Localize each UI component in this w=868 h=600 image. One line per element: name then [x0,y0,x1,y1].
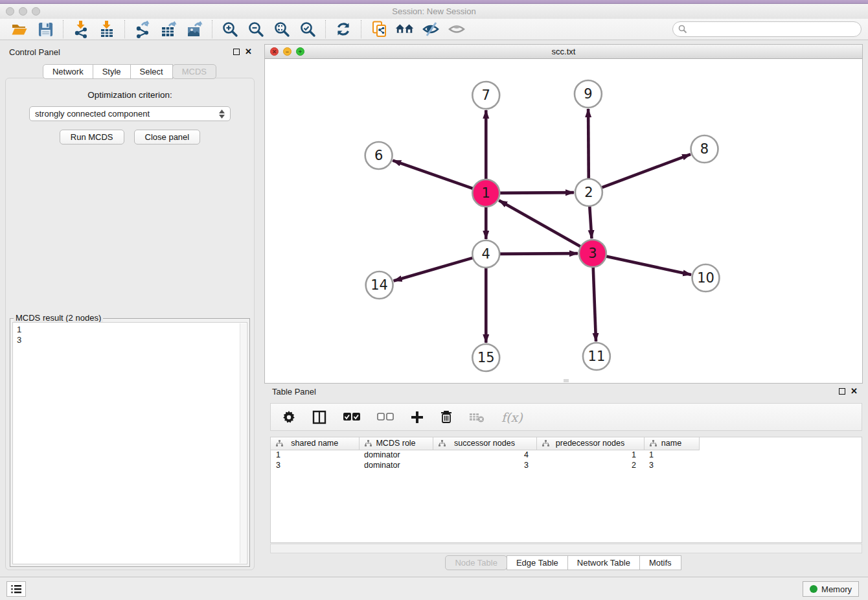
save-session-button[interactable] [36,20,55,38]
run-mcds-button[interactable]: Run MCDS [60,130,124,144]
task-history-button[interactable] [6,581,26,597]
table-panel-header: Table Panel ✕ [264,384,863,399]
graph-edge-3-11[interactable] [593,267,596,341]
column-header-mcds-role[interactable]: MCDS role [359,437,433,450]
graph-node-11[interactable]: 11 [583,343,610,370]
svg-text:15: 15 [477,350,495,365]
table-settings-button[interactable] [282,411,295,424]
tab-edge-table[interactable]: Edge Table [507,555,568,570]
zoom-window-button[interactable] [32,7,40,16]
select-all-button[interactable] [343,413,360,421]
tab-select[interactable]: Select [130,64,173,79]
tab-motifs[interactable]: Motifs [639,555,681,570]
column-header-successor-nodes[interactable]: successor nodes [433,437,536,450]
float-panel-icon[interactable] [233,49,240,55]
network-close-button[interactable]: ✕ [270,47,279,56]
table-horizontal-scrollbar[interactable] [270,544,862,553]
graph-edge-3-1[interactable] [499,200,580,246]
graph-node-2[interactable]: 2 [575,179,602,206]
hide-graphics-button[interactable] [421,20,440,38]
column-header-predecessor-nodes[interactable]: predecessor nodes [536,437,644,450]
zoom-in-button[interactable] [220,20,240,38]
graph-edge-2-9[interactable] [588,109,589,179]
zoom-out-button[interactable] [246,20,266,38]
export-table-button[interactable] [159,20,178,38]
graph-node-4[interactable]: 4 [472,240,499,268]
export-network-button[interactable] [133,20,152,38]
table-header-row: shared name MCDS role succ [271,437,699,450]
float-panel-icon[interactable] [839,388,845,395]
svg-text:2: 2 [584,185,593,200]
column-header-shared-name[interactable]: shared name [271,437,359,450]
close-panel-button[interactable]: Close panel [134,130,201,144]
minimize-window-button[interactable] [19,7,27,16]
refresh-layout-button[interactable] [334,20,353,38]
network-window-titlebar[interactable]: ✕ − + scc.txt [265,45,862,59]
mcds-result-textarea[interactable]: 1 3 [12,322,247,564]
graph-node-15[interactable]: 15 [472,344,499,371]
status-bar: Memory [0,577,868,600]
zoom-fit-button[interactable] [272,20,291,38]
import-network-button[interactable] [71,20,91,38]
deselect-all-button[interactable] [377,413,394,421]
graph-node-3[interactable]: 3 [579,240,606,267]
graph-node-14[interactable]: 14 [366,271,393,299]
svg-text:4: 4 [482,246,490,262]
function-builder-button[interactable]: f(x) [501,410,523,424]
toolbar-separator [361,20,361,38]
graph-edge-2-3[interactable] [589,206,591,238]
network-minimize-button[interactable]: − [283,47,291,56]
tab-mcds[interactable]: MCDS [172,64,216,79]
close-window-button[interactable] [6,7,14,16]
trash-icon [440,410,452,424]
node-table[interactable]: shared name MCDS role succ [270,437,862,543]
graph-node-6[interactable]: 6 [365,142,393,169]
graph-edge-1-6[interactable] [393,161,473,189]
graph-edge-3-10[interactable] [606,256,691,275]
table-row[interactable]: 1 dominator 4 1 1 [271,450,699,460]
add-column-button[interactable] [411,411,424,424]
search-field[interactable] [672,21,862,37]
table-row[interactable]: 3 dominator 3 2 3 [271,460,699,470]
column-header-name[interactable]: name [644,437,699,450]
tab-node-table[interactable]: Node Table [445,555,507,570]
clone-network-button[interactable] [369,20,389,38]
graph-node-1[interactable]: 1 [472,179,499,207]
graph-edge-4-3[interactable] [499,253,578,254]
network-graph[interactable]: 7968124314101511 [265,59,862,383]
delete-column-button[interactable] [440,410,452,424]
graph-edge-2-8[interactable] [602,154,691,188]
column-tree-icon [276,440,283,449]
graph-edge-1-2[interactable] [499,192,574,193]
delete-table-button[interactable] [469,411,485,423]
app-title: Session: New Session [0,6,868,16]
search-input[interactable] [687,23,861,35]
splitter-handle[interactable] [564,379,569,382]
network-canvas[interactable]: 7968124314101511 [265,59,862,383]
graph-edge-4-14[interactable] [394,258,473,281]
import-table-button[interactable] [97,20,117,38]
network-maximize-button[interactable]: + [296,47,304,56]
tab-network-table[interactable]: Network Table [567,555,640,570]
close-panel-icon[interactable]: ✕ [245,49,252,55]
tab-network[interactable]: Network [43,64,93,79]
memory-button[interactable]: Memory [803,581,859,597]
graph-node-10[interactable]: 10 [692,264,720,292]
open-folder-icon [11,21,28,38]
graph-node-9[interactable]: 9 [575,80,602,108]
tab-style[interactable]: Style [93,64,131,79]
export-image-button[interactable] [185,20,204,38]
open-file-button[interactable] [10,20,29,38]
table-toolbar: f(x) [270,403,862,431]
result-scrollbar[interactable] [240,323,246,563]
close-panel-icon[interactable]: ✕ [851,388,858,395]
zoom-selected-button[interactable] [298,20,317,38]
graph-node-8[interactable]: 8 [691,135,718,163]
home-layout-button[interactable] [395,20,415,38]
show-graphics-button[interactable] [447,20,466,38]
window-controls[interactable] [6,7,40,16]
criterion-select[interactable]: strongly connected component [29,106,231,121]
column-selector-button[interactable] [312,410,326,424]
graph-node-7[interactable]: 7 [472,82,499,109]
export-table-icon [160,21,177,38]
